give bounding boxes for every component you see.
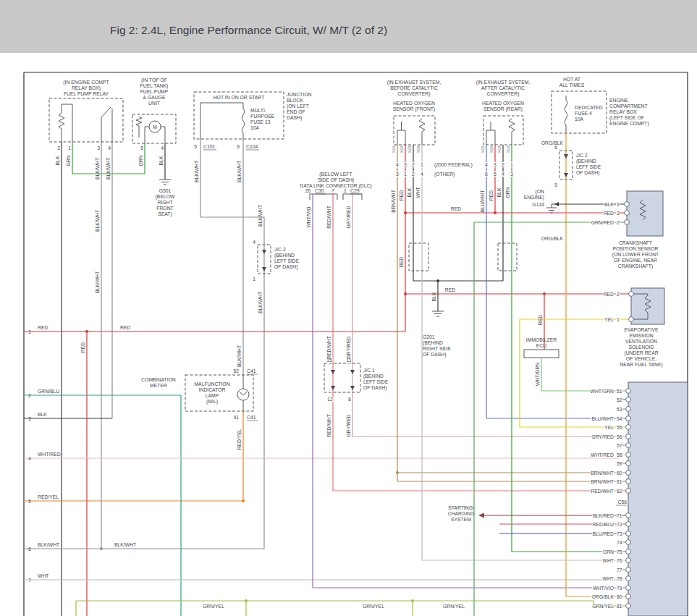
component-caption: VENTILATION: [625, 339, 657, 344]
pin-notch: [626, 443, 631, 448]
pin-notch: [626, 425, 631, 430]
pin-notch: [626, 489, 631, 494]
component-caption: NEAR FUEL TANK): [620, 362, 663, 368]
wire-label: GRN/RED: [591, 220, 614, 225]
wire-label: GRN/YEL: [443, 604, 465, 609]
pin-notch: [626, 604, 631, 609]
wire-grnyel-bus: [76, 601, 628, 606]
connector-label: C101: [203, 144, 215, 149]
pin-number: 3: [494, 162, 497, 167]
nca-label: NCA: [417, 145, 421, 153]
wire-label: ORG/BLK: [592, 594, 614, 599]
pin-number: 26: [305, 188, 311, 193]
wire-label: WHT: [415, 187, 421, 198]
component-caption: COMPARTMENT: [609, 104, 648, 109]
pin-number: 6: [554, 145, 557, 150]
ground-label: G301: [159, 188, 172, 193]
pin-number: 73: [617, 531, 622, 536]
component-caption: IMMOBILZER: [526, 337, 557, 342]
wire-label: GRY/RED: [591, 434, 614, 439]
pin-number: 8: [348, 397, 351, 402]
jc-arrow: [262, 250, 266, 254]
nca-label: NCA: [507, 145, 510, 153]
connector-label: C29: [350, 188, 360, 193]
pin-notch: [626, 471, 631, 476]
component-caption: JUNCTION: [287, 92, 311, 97]
o2-front-heater-symbol: [397, 119, 425, 145]
pin-number: 75: [617, 549, 622, 554]
junction-dot: [543, 292, 546, 295]
wire-redwht-dlc: [333, 194, 628, 491]
fuse4-symbol: [565, 96, 567, 133]
jc-caption: LEFT SIDE: [274, 258, 300, 263]
pin-number: 80: [617, 594, 622, 599]
wire-gryred-dlc: [352, 194, 628, 436]
component-caption: OF ENGINE, NEAR: [614, 258, 657, 263]
ground-symbol-g301: [159, 180, 171, 185]
wire-label: YEL: [604, 317, 614, 322]
pin-notch: [626, 568, 631, 573]
pin-notch: [626, 594, 631, 599]
ground-label: (BELOW: [156, 194, 175, 200]
jc-arrow: [262, 267, 266, 271]
pin-number: 3: [97, 145, 100, 151]
nca-label: NCA: [408, 145, 412, 153]
nca-label: NCA: [392, 145, 396, 153]
pin-number: 52: [233, 368, 239, 374]
jc-caption: J/C 1: [363, 368, 375, 373]
wire-label: BLK/RED: [593, 513, 614, 518]
option-wiring-box: [409, 243, 428, 271]
option-wiring-box: [498, 243, 517, 271]
row-number: 4: [28, 456, 31, 461]
pin-number: 58: [617, 452, 622, 457]
component-caption: DASH): [287, 115, 302, 121]
wire-label: RED/WHT: [591, 489, 614, 494]
component-caption: AFTER CATALYTIC: [481, 85, 525, 90]
component-caption: END OF: [287, 109, 305, 114]
wire-grnblu-row2: [24, 395, 181, 616]
pin-number: 4: [253, 240, 255, 245]
wire-label: BRN/WHT: [591, 479, 614, 484]
component-caption: HEATED OXYGEN: [393, 101, 435, 106]
jc1-box: [324, 363, 360, 392]
wire-label: GRN: [66, 155, 71, 166]
jc-caption: (BEHIND: [576, 159, 596, 164]
pin-number: 77: [617, 568, 622, 573]
wire-label: BLK/WHT: [95, 158, 100, 180]
ground-label: FRONT: [156, 206, 173, 211]
junction-dot: [404, 211, 407, 214]
component-caption: BEFORE CATALYTIC: [390, 85, 438, 90]
wire-label: RED: [451, 206, 461, 211]
pin-number: 71: [617, 513, 622, 518]
ground-symbol-g133: [546, 204, 557, 213]
component-caption: OF VEHICLE,: [626, 356, 656, 361]
pin-number: 1: [617, 202, 620, 207]
pin-notch: [626, 479, 631, 484]
pin-notch: [626, 434, 631, 439]
component-caption: HEATED OXYGEN: [482, 101, 524, 106]
jc-arrow: [564, 154, 568, 159]
pin-number: 2: [412, 172, 415, 177]
wire-label: WHT: [38, 573, 48, 578]
row-number: 7: [28, 578, 31, 583]
component-caption: DATA LINK CONNECTOR (DLC): [300, 183, 371, 189]
component-caption: UNIT: [148, 101, 160, 106]
motor-letter: M: [153, 125, 157, 130]
fuse-label: DEDICATED: [575, 105, 603, 110]
pin-number: 61: [617, 479, 622, 484]
system-ref-label: CHARGING: [448, 511, 475, 516]
row-number: 5: [28, 499, 31, 504]
component-caption: BLOCK: [287, 98, 304, 103]
wire-label: YEL: [604, 425, 614, 430]
junction-dot: [242, 499, 245, 502]
pin-number: 4: [485, 162, 488, 167]
pin-number: 55: [617, 425, 622, 430]
wire-label: GRN/YEL: [203, 604, 224, 609]
wire-label: RED/WHT: [326, 414, 331, 437]
wire-label: RED: [604, 211, 614, 216]
component-caption: EMISSION: [629, 333, 653, 338]
jc-arrow: [331, 386, 335, 390]
nca-label: NCA: [481, 145, 485, 153]
pin-number: 4: [161, 145, 164, 151]
wire-label: WHT: [603, 576, 614, 581]
